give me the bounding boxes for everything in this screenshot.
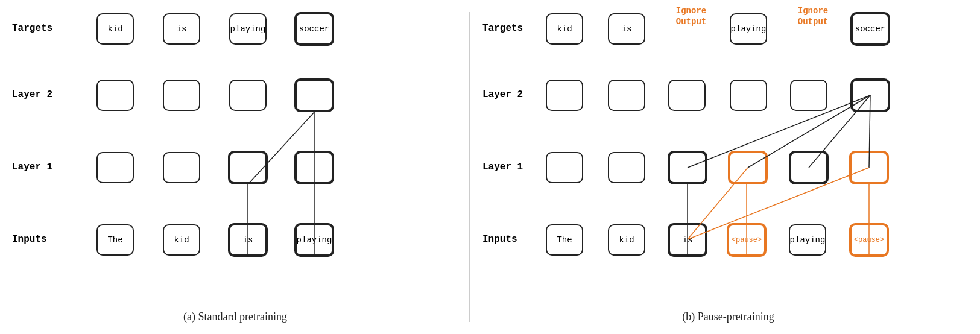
target-is-left: is bbox=[163, 13, 200, 45]
label-layer1-right: Layer 1 bbox=[482, 162, 523, 172]
layer2-n3-left bbox=[229, 80, 267, 111]
layer2-n4-left bbox=[294, 78, 334, 112]
layer1-n2-left bbox=[163, 152, 200, 183]
layer1-r4 bbox=[728, 151, 768, 184]
label-layer2-left: Layer 2 bbox=[12, 89, 52, 100]
layer2-r4 bbox=[730, 80, 767, 111]
label-inputs-left: Inputs bbox=[12, 234, 47, 245]
layer2-n1-left bbox=[96, 80, 134, 111]
layer1-r3 bbox=[668, 151, 707, 184]
input-kid-right: kid bbox=[608, 224, 645, 256]
layer2-r1 bbox=[546, 80, 583, 111]
layer2-r2 bbox=[608, 80, 645, 111]
target-playing-right: playing bbox=[730, 13, 767, 45]
caption-right: (b) Pause-pretraining bbox=[476, 310, 980, 329]
input-is-left: is bbox=[228, 223, 268, 257]
layer1-n4-left bbox=[294, 151, 334, 184]
input-the-left: The bbox=[96, 224, 134, 256]
ignore-output-2: IgnoreOutput bbox=[789, 6, 837, 28]
target-kid-left: kid bbox=[96, 13, 134, 45]
target-soccer-left: soccer bbox=[294, 12, 334, 46]
layer1-r5 bbox=[789, 151, 829, 184]
layer1-r1 bbox=[546, 152, 583, 183]
layer1-r6 bbox=[849, 151, 889, 184]
layer2-n2-left bbox=[163, 80, 200, 111]
input-playing-right: playing bbox=[789, 224, 826, 256]
input-playing-left: playing bbox=[294, 223, 334, 257]
layer2-r3 bbox=[668, 80, 706, 111]
input-kid-left: kid bbox=[163, 224, 200, 256]
layer2-r6 bbox=[850, 78, 890, 112]
input-is-right: is bbox=[668, 223, 707, 257]
caption-left: (a) Standard pretraining bbox=[0, 310, 470, 329]
target-kid-right: kid bbox=[546, 13, 583, 45]
input-pause1-right: <pause> bbox=[727, 223, 767, 257]
target-playing-left: playing bbox=[229, 13, 267, 45]
layer2-r5 bbox=[790, 80, 827, 111]
svg-line-9 bbox=[688, 168, 869, 239]
svg-line-4 bbox=[688, 95, 870, 168]
label-layer1-left: Layer 1 bbox=[12, 162, 52, 172]
input-the-right: The bbox=[546, 224, 583, 256]
divider bbox=[469, 12, 470, 322]
input-pause2-right: <pause> bbox=[849, 223, 889, 257]
layer1-n1-left bbox=[96, 152, 134, 183]
target-soccer-right: soccer bbox=[850, 12, 890, 46]
layer1-r2 bbox=[608, 152, 645, 183]
label-inputs-right: Inputs bbox=[482, 234, 517, 245]
ignore-output-1: IgnoreOutput bbox=[667, 6, 715, 28]
label-targets-left: Targets bbox=[12, 23, 52, 34]
label-layer2-right: Layer 2 bbox=[482, 89, 523, 100]
layer1-n3-left bbox=[228, 151, 268, 184]
label-targets-right: Targets bbox=[482, 23, 523, 34]
target-is-right: is bbox=[608, 13, 645, 45]
